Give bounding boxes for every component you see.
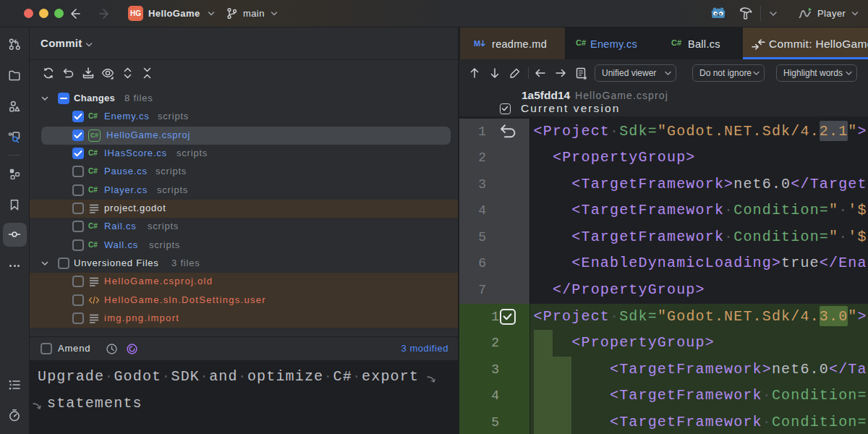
svg-text:M: M xyxy=(474,39,480,48)
